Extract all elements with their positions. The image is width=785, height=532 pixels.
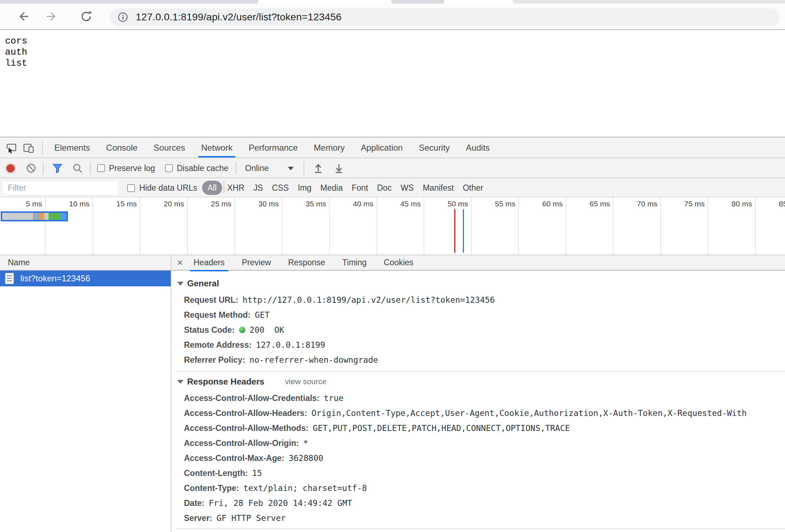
load-line <box>463 209 464 253</box>
detail-tabs: Headers Preview Response Timing Cookies <box>194 255 414 271</box>
browser-window: 127.0.0.1:8199/api.v2/user/list?token=12… <box>0 0 785 532</box>
triangle-down-icon <box>177 380 184 384</box>
general-row: Request Method:GET <box>184 307 270 322</box>
filter-type-other[interactable]: Other <box>463 183 484 193</box>
disable-cache-checkbox[interactable] <box>165 164 173 172</box>
view-source-link[interactable]: view source <box>285 377 326 386</box>
filter-type-js[interactable]: JS <box>254 183 263 193</box>
ruler-tick-label: 25 ms <box>181 200 231 208</box>
hide-data-urls-checkbox[interactable] <box>127 184 135 192</box>
header-name: Access-Control-Allow-Headers: <box>184 408 307 418</box>
disable-cache-label[interactable]: Disable cache <box>177 158 228 178</box>
filter-type-img[interactable]: Img <box>298 183 311 193</box>
detail-tab-cookies[interactable]: Cookies <box>384 255 414 271</box>
header-value: text/plain; charset=utf-8 <box>243 483 367 493</box>
tab-memory[interactable]: Memory <box>314 138 345 157</box>
record-button[interactable] <box>6 164 15 172</box>
general-row: Referrer Policy:no-referrer-when-downgra… <box>184 352 378 367</box>
ruler-tick-label: 5 ms <box>0 200 42 208</box>
request-row[interactable]: list?token=123456 <box>0 271 171 286</box>
waterfall-segment-load-extra <box>61 213 66 220</box>
header-name: Access-Control-Allow-Credentials: <box>184 393 320 403</box>
ruler-tick-label: 80 ms <box>701 200 752 208</box>
ruler-tick-label: 35 ms <box>275 200 326 208</box>
filter-type-font[interactable]: Font <box>352 183 368 193</box>
tab-performance[interactable]: Performance <box>249 138 298 157</box>
detail-tab-preview[interactable]: Preview <box>242 255 271 271</box>
import-har-icon[interactable] <box>313 163 324 174</box>
section-divider <box>175 528 785 529</box>
filter-icon[interactable] <box>52 163 63 174</box>
pane-divider[interactable] <box>171 255 171 532</box>
filter-type-manifest[interactable]: Manifest <box>423 183 454 193</box>
ruler-tick-label: 45 ms <box>370 200 421 208</box>
ruler-tick-label: 20 ms <box>134 200 184 208</box>
name-column-header[interactable]: Name <box>8 255 30 270</box>
page-info-icon[interactable] <box>117 11 129 23</box>
ruler-tick-label: 65 ms <box>559 200 610 208</box>
header-name: Server: <box>184 513 212 523</box>
tabstrip-shade <box>513 0 785 4</box>
triangle-down-icon <box>177 282 184 286</box>
device-toolbar-icon[interactable] <box>23 142 34 154</box>
detail-tab-response[interactable]: Response <box>288 255 325 271</box>
export-har-icon[interactable] <box>334 163 344 174</box>
header-value: 127.0.0.1:8199 <box>256 340 325 350</box>
network-filter-row: Hide data URLs All XHR JS CSS Img Media … <box>0 178 785 197</box>
tab-network[interactable]: Network <box>201 138 232 157</box>
inspect-element-icon[interactable] <box>6 142 17 154</box>
general-row: Remote Address:127.0.0.1:8199 <box>184 337 325 352</box>
divider <box>304 162 304 175</box>
clear-icon[interactable] <box>26 163 36 174</box>
tab-console[interactable]: Console <box>106 138 138 157</box>
ruler-tick-label: 40 ms <box>323 200 374 208</box>
hide-data-urls-label[interactable]: Hide data URLs <box>139 178 197 197</box>
ruler-tick-label: 75 ms <box>654 200 705 208</box>
response-header-row: Content-Type:text/plain; charset=utf-8 <box>184 481 367 496</box>
address-bar[interactable]: 127.0.0.1:8199/api.v2/user/list?token=12… <box>109 8 780 26</box>
header-name: Access-Control-Allow-Origin: <box>184 438 299 448</box>
tab-audits[interactable]: Audits <box>466 138 490 157</box>
preserve-log-label[interactable]: Preserve log <box>109 158 155 178</box>
filter-type-css[interactable]: CSS <box>272 183 289 193</box>
filter-type-all[interactable]: All <box>202 181 222 195</box>
reload-button[interactable] <box>79 9 94 24</box>
request-waterfall-bar[interactable] <box>1 211 68 221</box>
back-button[interactable] <box>15 9 31 24</box>
section-divider <box>175 371 785 372</box>
chevron-down-icon[interactable] <box>288 167 294 170</box>
throttling-select[interactable]: Online <box>245 158 269 178</box>
response-header-row: Content-Length:15 <box>184 466 262 481</box>
preserve-log-checkbox[interactable] <box>97 164 105 172</box>
detail-tab-headers[interactable]: Headers <box>194 255 225 271</box>
search-icon[interactable] <box>72 163 83 174</box>
tab-elements[interactable]: Elements <box>54 138 90 157</box>
filter-input[interactable] <box>3 181 118 195</box>
general-section-title: General <box>187 278 219 288</box>
filter-type-doc[interactable]: Doc <box>377 183 392 193</box>
divider <box>90 162 91 175</box>
detail-tab-timing[interactable]: Timing <box>342 255 366 271</box>
tab-sources[interactable]: Sources <box>154 138 185 157</box>
url-text: 127.0.0.1:8199/api.v2/user/list?token=12… <box>136 11 341 23</box>
filter-type-ws[interactable]: WS <box>401 183 414 193</box>
response-headers-section-header[interactable]: Response Headers view source <box>177 375 326 389</box>
response-header-row: Access-Control-Allow-Headers:Origin,Cont… <box>184 406 747 421</box>
header-name: Access-Control-Max-Age: <box>184 453 284 463</box>
page-text-line: auth <box>5 47 785 58</box>
forward-arrow-icon <box>46 10 59 23</box>
header-value: 15 <box>252 468 262 478</box>
close-details-icon[interactable]: × <box>177 255 183 270</box>
header-name: Request URL: <box>184 295 238 305</box>
tab-application[interactable]: Application <box>361 138 402 157</box>
tab-security[interactable]: Security <box>419 138 450 157</box>
forward-button[interactable] <box>44 9 60 24</box>
divider <box>236 162 236 175</box>
header-value: Fri, 28 Feb 2020 14:49:42 GMT <box>209 498 352 508</box>
filter-type-xhr[interactable]: XHR <box>227 183 245 193</box>
waterfall-segment-stalled <box>33 213 40 220</box>
general-section-header[interactable]: General <box>177 276 219 291</box>
header-value: no-referrer-when-downgrade <box>249 355 378 365</box>
waterfall-segment-waiting <box>44 213 49 220</box>
filter-type-media[interactable]: Media <box>320 183 343 193</box>
